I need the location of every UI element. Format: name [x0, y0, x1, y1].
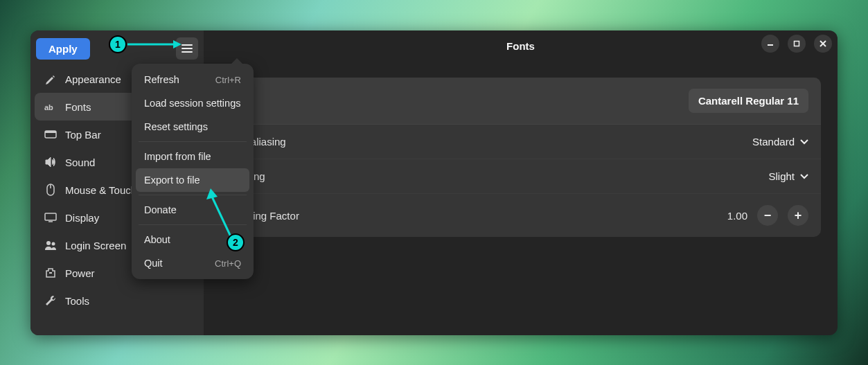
menu-separator	[139, 141, 247, 142]
sidebar-item-tools[interactable]: Tools	[35, 287, 200, 314]
sidebar-item-label: Top Bar	[65, 129, 101, 141]
sidebar-item-label: Appearance	[65, 73, 121, 85]
svg-point-8	[52, 242, 55, 246]
chevron-down-icon	[800, 139, 808, 145]
annotation-badge-2: 2	[227, 233, 245, 251]
decrease-button[interactable]: −	[757, 205, 778, 226]
svg-rect-9	[49, 272, 52, 274]
select-value: Slight	[768, 170, 795, 182]
wrench-icon	[44, 294, 57, 307]
content-area: Font Cantarell Regular 11 Antialiasing S…	[204, 61, 838, 237]
minimize-button[interactable]	[761, 35, 779, 53]
menu-label: Load session settings	[144, 98, 240, 109]
menu-label: Reset settings	[144, 121, 208, 132]
minimize-icon	[767, 40, 774, 47]
row-hinting: Hinting Slight	[220, 159, 821, 194]
menu-item-import[interactable]: Import from file	[136, 145, 249, 168]
hinting-select[interactable]: Slight	[768, 170, 808, 182]
power-icon	[44, 267, 57, 279]
window-controls	[761, 35, 832, 53]
menu-item-quit[interactable]: Quit Ctrl+Q	[136, 251, 249, 275]
row-antialiasing: Antialiasing Standard	[220, 125, 821, 159]
menu-shortcut: Ctrl+Q	[215, 258, 241, 269]
speaker-icon	[44, 156, 57, 168]
settings-card: Font Cantarell Regular 11 Antialiasing S…	[220, 78, 821, 237]
menu-label: Quit	[144, 258, 163, 269]
close-icon	[820, 40, 826, 47]
antialiasing-select[interactable]: Standard	[752, 136, 808, 148]
row-scaling: Scaling Factor 1.00 − +	[220, 194, 821, 237]
sidebar-item-label: Power	[65, 267, 95, 279]
scaling-value: 1.00	[727, 210, 747, 222]
font-icon: ab	[44, 100, 57, 113]
svg-rect-11	[795, 42, 799, 46]
sidebar-item-label: Login Screen	[65, 240, 126, 251]
headerbar: Fonts	[204, 30, 838, 61]
menu-label: Import from file	[144, 151, 211, 162]
select-value: Standard	[752, 136, 795, 148]
menu-label: Refresh	[144, 74, 179, 85]
svg-marker-13	[173, 40, 181, 48]
mouse-icon	[44, 184, 57, 196]
menu-shortcut: Ctrl+R	[215, 75, 241, 85]
chevron-down-icon	[800, 174, 808, 179]
svg-marker-15	[206, 188, 218, 199]
svg-rect-5	[45, 213, 56, 220]
topbar-icon	[44, 128, 57, 141]
sidebar-item-label: Sound	[65, 157, 95, 168]
scaling-stepper: 1.00 − +	[727, 205, 808, 226]
svg-point-7	[46, 241, 51, 245]
display-icon	[44, 211, 57, 224]
svg-text:ab: ab	[44, 103, 53, 112]
menu-label: Donate	[144, 204, 177, 215]
increase-button[interactable]: +	[788, 205, 808, 226]
maximize-icon	[793, 40, 800, 47]
annotation-badge-1: 1	[109, 35, 127, 53]
users-icon	[44, 239, 57, 251]
menu-label: About	[144, 234, 170, 245]
font-chooser-button[interactable]: Cantarell Regular 11	[689, 89, 808, 113]
menu-label: Export to file	[144, 175, 200, 186]
sidebar-item-label: Fonts	[65, 101, 91, 113]
close-button[interactable]	[814, 35, 832, 53]
annotation-arrow-1	[127, 40, 181, 48]
svg-rect-2	[45, 131, 56, 133]
maximize-button[interactable]	[788, 35, 806, 53]
menu-item-reset[interactable]: Reset settings	[136, 115, 249, 139]
apply-button[interactable]: Apply	[36, 38, 90, 60]
menu-item-refresh[interactable]: Refresh Ctrl+R	[136, 68, 249, 91]
sidebar-item-label: Tools	[65, 295, 89, 307]
hamburger-icon	[181, 44, 193, 53]
menu-item-load-session[interactable]: Load session settings	[136, 91, 249, 115]
main-pane: Fonts Font Cantarell Regular 11 Antialia…	[204, 30, 838, 335]
paintbrush-icon	[44, 73, 57, 85]
sidebar-item-label: Display	[65, 212, 99, 224]
row-font: Font Cantarell Regular 11	[220, 78, 821, 125]
page-title: Fonts	[506, 40, 535, 52]
